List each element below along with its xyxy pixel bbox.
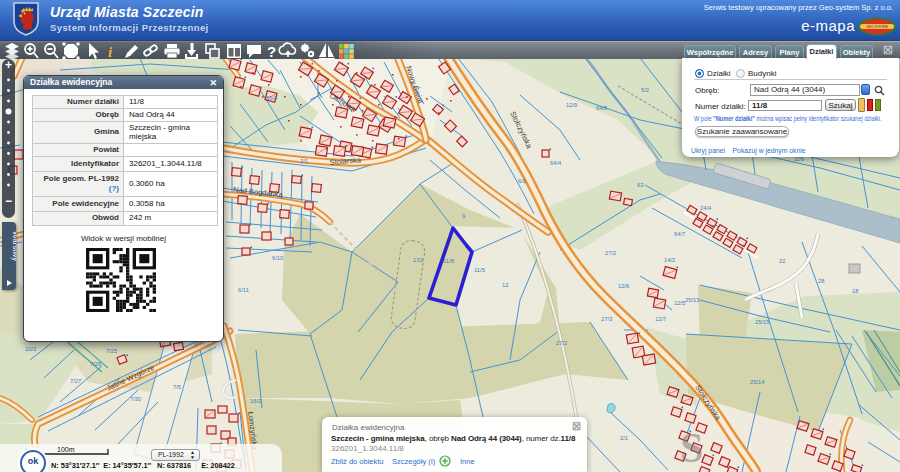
svg-text:25/15: 25/15: [755, 319, 770, 325]
svg-text:100m: 100m: [57, 446, 75, 453]
svg-text:25/14: 25/14: [750, 379, 765, 385]
svg-text:7/27: 7/27: [70, 378, 81, 384]
svg-text:10/3: 10/3: [25, 346, 36, 352]
svg-text:18: 18: [852, 288, 858, 294]
svg-text:11/5: 11/5: [474, 267, 485, 273]
svg-text:14/2: 14/2: [664, 257, 675, 263]
svg-text:i: i: [108, 44, 113, 60]
svg-text:2/1: 2/1: [620, 435, 628, 441]
svg-text:24/4: 24/4: [700, 205, 712, 211]
svg-text:28: 28: [818, 278, 824, 284]
svg-text:2/1: 2/1: [300, 158, 308, 164]
svg-text:6/11: 6/11: [238, 287, 249, 293]
svg-text:11/8: 11/8: [443, 258, 454, 264]
svg-text:12/6: 12/6: [618, 283, 629, 289]
svg-text:?: ?: [267, 43, 276, 60]
svg-text:12/9: 12/9: [566, 102, 577, 108]
svg-text:64/4: 64/4: [550, 160, 562, 166]
svg-text:63: 63: [637, 182, 643, 188]
svg-text:12/5: 12/5: [674, 300, 685, 306]
svg-text:133: 133: [413, 257, 423, 263]
svg-text:6/10: 6/10: [272, 255, 283, 261]
svg-text:27/2: 27/2: [605, 250, 616, 256]
svg-text:S: S: [680, 425, 703, 471]
svg-text:64/5: 64/5: [596, 105, 607, 111]
svg-text:16/2: 16/2: [250, 398, 261, 404]
svg-text:25/13: 25/13: [685, 297, 700, 303]
svg-text:7/26: 7/26: [90, 361, 101, 367]
svg-text:6/2: 6/2: [518, 178, 526, 184]
svg-text:9: 9: [462, 213, 465, 219]
svg-text:27/2: 27/2: [556, 340, 567, 346]
svg-text:7/30: 7/30: [130, 396, 141, 402]
svg-text:22: 22: [779, 258, 785, 264]
svg-text:7/25: 7/25: [106, 348, 117, 354]
svg-text:Warstwy: Warstwy: [11, 231, 17, 261]
svg-text:12/7: 12/7: [655, 316, 666, 322]
svg-text:55/4: 55/4: [266, 95, 278, 101]
svg-text:27/3: 27/3: [601, 316, 612, 322]
svg-text:5/2: 5/2: [641, 87, 649, 93]
svg-text:GEO-SYSTEM: GEO-SYSTEM: [866, 25, 888, 29]
svg-text:12: 12: [502, 282, 508, 288]
svg-text:7/5: 7/5: [173, 384, 181, 390]
svg-text:64/7: 64/7: [674, 231, 685, 237]
